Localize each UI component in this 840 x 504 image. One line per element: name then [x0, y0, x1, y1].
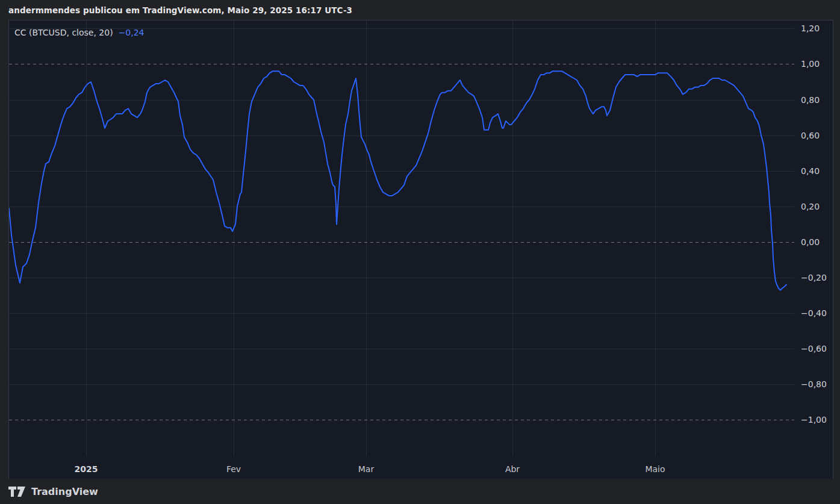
indicator-legend[interactable]: CC (BTCUSD, close, 20)−0,24: [14, 28, 145, 37]
tradingview-logo-icon: [8, 486, 26, 497]
x-axis-label: Maio: [628, 464, 682, 474]
x-axis-label: Mar: [339, 464, 393, 474]
time-scale[interactable]: 2025FevMarAbrMaio: [9, 20, 833, 479]
publish-info: andermmendes publicou em TradingView.com…: [8, 5, 352, 15]
footer-bar: TradingView: [0, 479, 840, 504]
header-bar: andermmendes publicou em TradingView.com…: [0, 0, 840, 20]
chart-widget: CC (BTCUSD, close, 20)−0,24 1,201,000,80…: [8, 20, 833, 479]
x-axis-label: 2025: [59, 464, 113, 474]
indicator-legend-title: CC (BTCUSD, close, 20): [14, 28, 113, 37]
x-axis-label: Fev: [207, 464, 261, 474]
indicator-legend-value: −0,24: [119, 28, 145, 37]
tradingview-brand-text: TradingView: [31, 486, 98, 497]
x-axis-label: Abr: [485, 464, 540, 474]
tradingview-logo[interactable]: TradingView: [8, 486, 98, 497]
